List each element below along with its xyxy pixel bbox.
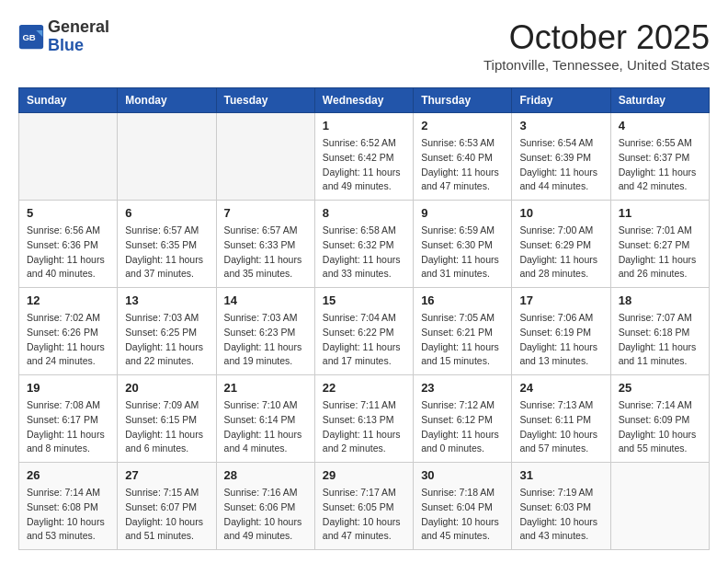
calendar-cell: 4Sunrise: 6:55 AMSunset: 6:37 PMDaylight… xyxy=(610,113,709,201)
header-day-tuesday: Tuesday xyxy=(216,88,314,113)
header-day-sunday: Sunday xyxy=(19,88,118,113)
calendar-cell xyxy=(118,113,216,201)
calendar-cell: 16Sunrise: 7:05 AMSunset: 6:21 PMDayligh… xyxy=(414,288,512,375)
header-row: SundayMondayTuesdayWednesdayThursdayFrid… xyxy=(19,88,710,113)
day-info: Sunrise: 7:05 AMSunset: 6:21 PMDaylight:… xyxy=(421,311,504,369)
day-number: 20 xyxy=(125,381,208,395)
logo-general-text: General xyxy=(48,17,109,36)
day-number: 14 xyxy=(224,293,307,307)
calendar-cell: 23Sunrise: 7:12 AMSunset: 6:12 PMDayligh… xyxy=(414,375,512,463)
day-number: 21 xyxy=(224,381,307,395)
calendar-cell: 25Sunrise: 7:14 AMSunset: 6:09 PMDayligh… xyxy=(610,375,709,463)
day-number: 27 xyxy=(125,468,208,482)
calendar-cell: 14Sunrise: 7:03 AMSunset: 6:23 PMDayligh… xyxy=(216,288,314,375)
calendar-cell: 22Sunrise: 7:11 AMSunset: 6:13 PMDayligh… xyxy=(314,375,413,463)
month-title: October 2025 xyxy=(483,18,710,57)
day-info: Sunrise: 7:00 AMSunset: 6:29 PMDaylight:… xyxy=(519,224,602,282)
calendar-cell: 15Sunrise: 7:04 AMSunset: 6:22 PMDayligh… xyxy=(314,288,413,375)
calendar-cell: 18Sunrise: 7:07 AMSunset: 6:18 PMDayligh… xyxy=(610,288,709,375)
day-info: Sunrise: 7:10 AMSunset: 6:14 PMDaylight:… xyxy=(224,398,307,456)
calendar-cell: 24Sunrise: 7:13 AMSunset: 6:11 PMDayligh… xyxy=(512,375,610,463)
calendar-cell: 29Sunrise: 7:17 AMSunset: 6:05 PMDayligh… xyxy=(314,463,413,550)
calendar-cell: 27Sunrise: 7:15 AMSunset: 6:07 PMDayligh… xyxy=(118,463,216,550)
calendar-cell: 9Sunrise: 6:59 AMSunset: 6:30 PMDaylight… xyxy=(414,201,512,288)
day-info: Sunrise: 7:08 AMSunset: 6:17 PMDaylight:… xyxy=(27,398,109,456)
day-info: Sunrise: 6:55 AMSunset: 6:37 PMDaylight:… xyxy=(619,136,701,194)
header-day-monday: Monday xyxy=(118,88,216,113)
day-info: Sunrise: 7:06 AMSunset: 6:19 PMDaylight:… xyxy=(519,311,602,369)
day-number: 12 xyxy=(27,293,109,307)
calendar-cell xyxy=(19,113,118,201)
header-day-thursday: Thursday xyxy=(414,88,512,113)
calendar-cell: 11Sunrise: 7:01 AMSunset: 6:27 PMDayligh… xyxy=(610,201,709,288)
week-row-3: 12Sunrise: 7:02 AMSunset: 6:26 PMDayligh… xyxy=(19,288,710,375)
day-info: Sunrise: 6:56 AMSunset: 6:36 PMDaylight:… xyxy=(27,224,109,282)
svg-text:GB: GB xyxy=(22,31,35,41)
day-info: Sunrise: 6:53 AMSunset: 6:40 PMDaylight:… xyxy=(421,136,504,194)
calendar-cell: 8Sunrise: 6:58 AMSunset: 6:32 PMDaylight… xyxy=(314,201,413,288)
day-number: 6 xyxy=(125,206,208,220)
calendar-cell: 20Sunrise: 7:09 AMSunset: 6:15 PMDayligh… xyxy=(118,375,216,463)
week-row-4: 19Sunrise: 7:08 AMSunset: 6:17 PMDayligh… xyxy=(19,375,710,463)
header-day-friday: Friday xyxy=(512,88,610,113)
day-number: 9 xyxy=(421,206,504,220)
day-info: Sunrise: 7:12 AMSunset: 6:12 PMDaylight:… xyxy=(421,398,504,456)
logo-icon: GB xyxy=(18,24,44,50)
day-number: 17 xyxy=(519,293,602,307)
calendar-cell: 28Sunrise: 7:16 AMSunset: 6:06 PMDayligh… xyxy=(216,463,314,550)
day-number: 10 xyxy=(519,206,602,220)
day-info: Sunrise: 7:03 AMSunset: 6:25 PMDaylight:… xyxy=(125,311,208,369)
day-info: Sunrise: 6:54 AMSunset: 6:39 PMDaylight:… xyxy=(519,136,602,194)
header-day-wednesday: Wednesday xyxy=(314,88,413,113)
header-day-saturday: Saturday xyxy=(610,88,709,113)
page-header: GB General Blue October 2025 Tiptonville… xyxy=(18,18,710,73)
calendar-cell: 21Sunrise: 7:10 AMSunset: 6:14 PMDayligh… xyxy=(216,375,314,463)
calendar-cell: 31Sunrise: 7:19 AMSunset: 6:03 PMDayligh… xyxy=(512,463,610,550)
day-info: Sunrise: 6:57 AMSunset: 6:35 PMDaylight:… xyxy=(125,224,208,282)
day-info: Sunrise: 7:14 AMSunset: 6:08 PMDaylight:… xyxy=(27,486,109,544)
calendar-cell: 5Sunrise: 6:56 AMSunset: 6:36 PMDaylight… xyxy=(19,201,118,288)
day-number: 16 xyxy=(421,293,504,307)
day-info: Sunrise: 7:09 AMSunset: 6:15 PMDaylight:… xyxy=(125,398,208,456)
day-number: 2 xyxy=(421,119,504,132)
week-row-5: 26Sunrise: 7:14 AMSunset: 6:08 PMDayligh… xyxy=(19,463,710,550)
day-number: 24 xyxy=(519,381,602,395)
day-number: 29 xyxy=(323,468,405,482)
location: Tiptonville, Tennessee, United States xyxy=(483,57,710,73)
logo-blue-text: Blue xyxy=(48,36,84,54)
title-block: October 2025 Tiptonville, Tennessee, Uni… xyxy=(483,18,710,73)
day-number: 25 xyxy=(619,381,701,395)
calendar-cell: 7Sunrise: 6:57 AMSunset: 6:33 PMDaylight… xyxy=(216,201,314,288)
calendar-cell: 3Sunrise: 6:54 AMSunset: 6:39 PMDaylight… xyxy=(512,113,610,201)
day-number: 3 xyxy=(519,119,602,132)
calendar-cell: 10Sunrise: 7:00 AMSunset: 6:29 PMDayligh… xyxy=(512,201,610,288)
day-info: Sunrise: 6:57 AMSunset: 6:33 PMDaylight:… xyxy=(224,224,307,282)
calendar-cell xyxy=(610,463,709,550)
day-info: Sunrise: 6:59 AMSunset: 6:30 PMDaylight:… xyxy=(421,224,504,282)
day-number: 18 xyxy=(619,293,701,307)
day-info: Sunrise: 7:13 AMSunset: 6:11 PMDaylight:… xyxy=(519,398,602,456)
calendar-cell: 12Sunrise: 7:02 AMSunset: 6:26 PMDayligh… xyxy=(19,288,118,375)
day-info: Sunrise: 7:15 AMSunset: 6:07 PMDaylight:… xyxy=(125,486,208,544)
week-row-1: 1Sunrise: 6:52 AMSunset: 6:42 PMDaylight… xyxy=(19,113,710,201)
day-number: 26 xyxy=(27,468,109,482)
day-number: 23 xyxy=(421,381,504,395)
logo: GB General Blue xyxy=(18,18,109,55)
day-number: 8 xyxy=(323,206,405,220)
calendar-cell xyxy=(216,113,314,201)
calendar-cell: 13Sunrise: 7:03 AMSunset: 6:25 PMDayligh… xyxy=(118,288,216,375)
day-number: 30 xyxy=(421,468,504,482)
day-info: Sunrise: 7:04 AMSunset: 6:22 PMDaylight:… xyxy=(323,311,405,369)
day-number: 31 xyxy=(519,468,602,482)
day-number: 7 xyxy=(224,206,307,220)
calendar-cell: 26Sunrise: 7:14 AMSunset: 6:08 PMDayligh… xyxy=(19,463,118,550)
day-info: Sunrise: 7:02 AMSunset: 6:26 PMDaylight:… xyxy=(27,311,109,369)
calendar-cell: 17Sunrise: 7:06 AMSunset: 6:19 PMDayligh… xyxy=(512,288,610,375)
day-number: 19 xyxy=(27,381,109,395)
day-number: 13 xyxy=(125,293,208,307)
day-info: Sunrise: 7:11 AMSunset: 6:13 PMDaylight:… xyxy=(323,398,405,456)
day-number: 15 xyxy=(323,293,405,307)
day-info: Sunrise: 7:07 AMSunset: 6:18 PMDaylight:… xyxy=(619,311,701,369)
day-number: 22 xyxy=(323,381,405,395)
day-number: 28 xyxy=(224,468,307,482)
